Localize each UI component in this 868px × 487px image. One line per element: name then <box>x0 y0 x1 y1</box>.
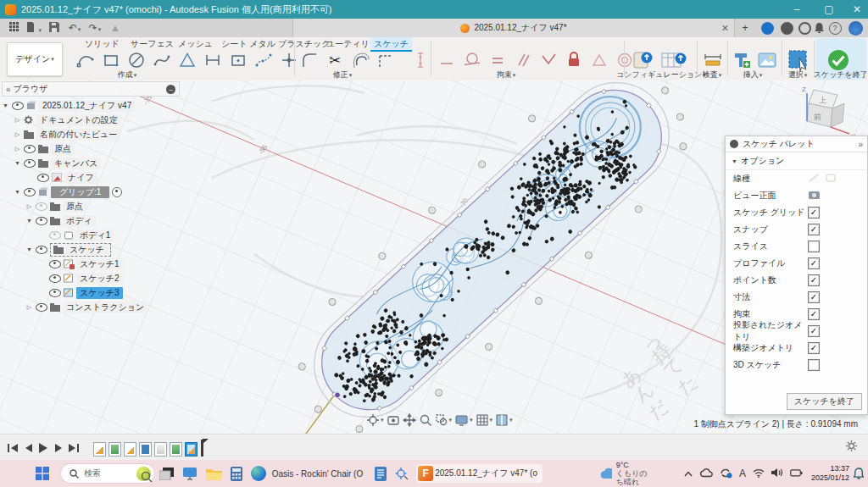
horizontal-vertical-icon[interactable] <box>436 49 458 71</box>
points-checkbox[interactable] <box>808 274 820 286</box>
profile-avatar[interactable] <box>844 19 866 37</box>
slot-icon[interactable] <box>202 49 224 71</box>
tree-root-document[interactable]: ▼2025.01.12_ナイフ v47 <box>2 98 180 113</box>
insert-mcmaster-icon[interactable] <box>731 49 753 71</box>
tab-close-icon[interactable]: ✕ <box>721 23 729 34</box>
insert-image-icon[interactable] <box>756 49 778 71</box>
tree-bodies-folder[interactable]: ▼ボディ <box>2 213 180 228</box>
picker-tool-icon[interactable] <box>395 462 409 484</box>
visibility-eye-icon[interactable] <box>24 145 36 153</box>
tree-construction-folder[interactable]: ▷コンストラクション <box>2 300 180 314</box>
tree-sketch1[interactable]: スケッチ1 <box>2 257 180 271</box>
browser-display-toggle-icon[interactable]: – <box>166 85 175 94</box>
sync-icon[interactable] <box>720 468 732 480</box>
palette-options-section[interactable]: ▼オプション <box>726 152 867 170</box>
file-menu-icon[interactable] <box>24 22 44 35</box>
3d-sketch-checkbox[interactable] <box>808 359 820 371</box>
wifi-icon[interactable] <box>753 468 765 479</box>
timeline-go-start-icon[interactable] <box>5 440 20 456</box>
view-cube-front-label[interactable]: 前 <box>814 113 821 121</box>
visibility-eye-icon[interactable] <box>12 102 24 110</box>
timeline-feature-sketch-active[interactable] <box>185 442 198 457</box>
select-icon[interactable] <box>787 49 812 71</box>
visibility-eye-icon[interactable] <box>36 246 47 254</box>
tree-sketch3-selected[interactable]: スケッチ3 <box>2 285 180 300</box>
tree-component-grip[interactable]: ▼グリップ:1 <box>2 185 180 199</box>
activate-component-radio[interactable] <box>112 187 122 197</box>
task-view-icon[interactable] <box>159 462 174 484</box>
group-label-constraints[interactable]: 拘束 <box>497 69 516 80</box>
grid-settings-icon[interactable] <box>476 413 493 427</box>
dimensions-checkbox[interactable] <box>808 291 820 303</box>
viewports-icon[interactable] <box>495 413 513 427</box>
extend-icon[interactable] <box>375 49 397 71</box>
timeline-feature-feature-green[interactable] <box>170 442 182 457</box>
polygon-icon[interactable] <box>176 49 198 71</box>
timeline-feature-feature-green[interactable] <box>108 442 121 457</box>
visibility-eye-icon[interactable] <box>24 159 36 168</box>
centerline-icon[interactable] <box>825 173 837 185</box>
timeline-settings-gear-icon[interactable] <box>845 440 858 454</box>
group-label-finish-sketch[interactable]: スケッチを終了 <box>814 69 868 80</box>
timeline-step-forward-icon[interactable] <box>51 440 66 456</box>
group-label-select[interactable]: 選択 <box>788 69 808 80</box>
spline-icon[interactable] <box>151 49 173 71</box>
visibility-eye-icon[interactable] <box>37 174 49 182</box>
timeline-feature-sketch[interactable] <box>93 442 106 457</box>
browser-header[interactable]: « ブラウザ – <box>2 81 180 97</box>
construction-geometry-checkbox[interactable] <box>808 342 820 354</box>
offset-icon[interactable] <box>349 49 371 71</box>
tree-document-settings[interactable]: ▷ドキュメントの設定 <box>2 113 180 127</box>
new-tab-button[interactable]: + <box>734 19 756 37</box>
notification-bell-icon[interactable] <box>854 462 864 484</box>
visibility-eye-icon[interactable] <box>49 289 61 297</box>
visibility-eye-icon[interactable] <box>24 188 36 196</box>
group-label-inspect[interactable]: 検査 <box>703 69 722 80</box>
app-grid-menu-icon[interactable] <box>3 22 24 34</box>
point-icon[interactable] <box>278 49 300 71</box>
ime-mode-indicator[interactable]: A <box>739 468 746 479</box>
look-at-icon[interactable] <box>808 190 821 202</box>
visibility-eye-icon[interactable] <box>49 274 61 283</box>
tree-canvas-knife[interactable]: ナイフ <box>2 170 180 185</box>
maximize-button[interactable]: ▢ <box>815 0 843 19</box>
tree-named-views[interactable]: ▷名前の付いたビュー <box>2 127 180 141</box>
construction-line-icon[interactable] <box>808 173 820 185</box>
tray-chevron-icon[interactable] <box>684 468 693 479</box>
slice-checkbox[interactable] <box>808 241 820 252</box>
minimize-button[interactable]: – <box>782 0 811 19</box>
redo-icon[interactable]: ↷ <box>85 22 105 34</box>
timeline-feature-body-blue[interactable] <box>139 442 152 457</box>
pan-icon[interactable] <box>403 413 416 427</box>
configuration-table-icon[interactable] <box>659 49 688 71</box>
weather-widget[interactable]: 9°Cくもりのち晴れ <box>600 461 650 486</box>
browser-collapse-icon[interactable]: « <box>6 85 11 94</box>
trim-scissors-icon[interactable]: ✂ <box>324 49 346 71</box>
sketch-palette-header[interactable]: スケッチ パレット » <box>726 136 867 152</box>
visibility-eye-icon[interactable] <box>36 303 47 312</box>
symmetry-icon[interactable] <box>588 49 610 71</box>
timeline-step-back-icon[interactable] <box>20 440 36 456</box>
clock-widget[interactable]: 13:37 2025/01/12 <box>811 464 849 483</box>
calculator-icon[interactable] <box>231 462 242 484</box>
group-label-modify[interactable]: 修正 <box>333 69 353 80</box>
line-arc-icon[interactable] <box>75 49 97 71</box>
parallel-icon[interactable] <box>512 49 534 71</box>
constraints-checkbox[interactable] <box>808 308 820 320</box>
view-cube-top-label[interactable]: 上 <box>819 96 826 104</box>
timeline-feature-feature-light[interactable] <box>154 442 167 457</box>
undo-icon[interactable]: ↶ <box>64 22 85 34</box>
equal-icon[interactable] <box>487 49 509 71</box>
display-app-icon[interactable] <box>182 462 198 484</box>
orbit-icon[interactable] <box>366 413 384 427</box>
timeline-playhead[interactable] <box>201 440 203 457</box>
edge-browser-icon[interactable] <box>251 462 266 484</box>
fix-lock-icon[interactable] <box>563 49 585 71</box>
look-at-icon[interactable] <box>387 413 400 427</box>
group-label-configuration[interactable]: コンフィギュレーション <box>616 69 706 80</box>
zoom-icon[interactable] <box>419 413 432 427</box>
palette-collapse-icon[interactable]: » <box>858 140 863 149</box>
tab-sheetmetal[interactable]: シート メタル <box>218 37 279 50</box>
profile-checkbox[interactable] <box>808 257 820 269</box>
visibility-eye-off-icon[interactable] <box>36 202 47 211</box>
